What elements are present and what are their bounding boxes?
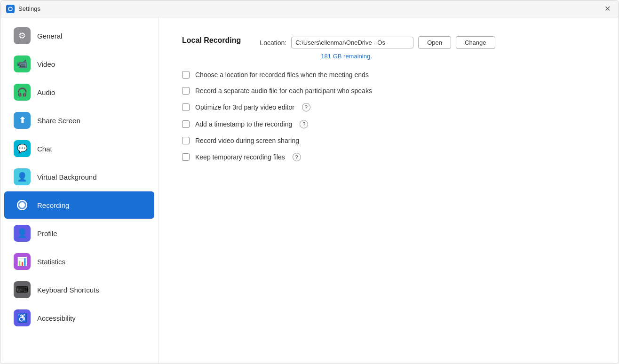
sidebar: ⚙General📹Video🎧Audio⬆Share Screen💬Chat👤V… [0, 17, 159, 364]
checkbox-choose-location[interactable] [182, 71, 190, 79]
option-label-optimize-3rd: Optimize for 3rd party video editor [195, 103, 294, 111]
change-button[interactable]: Change [456, 36, 495, 49]
sidebar-item-accessibility[interactable]: ♿Accessibility [4, 304, 154, 332]
location-area: Location: Open Change 181 GB remaining. [260, 36, 495, 71]
titlebar-left: Settings [6, 5, 40, 13]
video-icon: 📹 [14, 55, 31, 72]
sidebar-item-recording[interactable]: Recording [4, 191, 154, 219]
option-label-record-during-share: Record video during screen sharing [195, 137, 299, 144]
option-row-choose-location: Choose a location for recorded files whe… [182, 71, 595, 79]
sidebar-item-video-label: Video [37, 60, 55, 68]
option-label-separate-audio: Record a separate audio file for each pa… [195, 87, 372, 95]
checkbox-keep-temp[interactable] [182, 153, 190, 161]
share-screen-icon: ⬆ [14, 112, 31, 129]
content-area: ⚙General📹Video🎧Audio⬆Share Screen💬Chat👤V… [0, 17, 619, 364]
recording-icon [14, 197, 31, 214]
option-label-keep-temp: Keep temporary recording files [195, 153, 285, 161]
sidebar-item-statistics[interactable]: 📊Statistics [4, 248, 154, 275]
sidebar-item-chat-label: Chat [37, 145, 52, 153]
general-icon: ⚙ [14, 27, 31, 44]
sidebar-item-chat[interactable]: 💬Chat [4, 135, 154, 162]
sidebar-item-video[interactable]: 📹Video [4, 50, 154, 78]
option-row-optimize-3rd: Optimize for 3rd party video editor? [182, 103, 595, 111]
audio-icon: 🎧 [14, 84, 31, 101]
help-icon-optimize-3rd[interactable]: ? [302, 103, 310, 111]
accessibility-icon: ♿ [14, 309, 31, 326]
sidebar-item-audio[interactable]: 🎧Audio [4, 79, 154, 106]
svg-point-1 [9, 8, 12, 10]
option-row-keep-temp: Keep temporary recording files? [182, 153, 595, 161]
section-title: Local Recording [182, 36, 241, 45]
close-button[interactable]: ✕ [602, 3, 613, 15]
sidebar-item-audio-label: Audio [37, 88, 55, 96]
option-row-record-during-share: Record video during screen sharing [182, 137, 595, 144]
help-icon-keep-temp[interactable]: ? [293, 153, 301, 161]
help-icon-add-timestamp[interactable]: ? [300, 120, 308, 128]
sidebar-item-virtual-background-label: Virtual Background [37, 173, 96, 181]
option-label-choose-location: Choose a location for recorded files whe… [195, 71, 369, 79]
checkbox-optimize-3rd[interactable] [182, 103, 190, 111]
sidebar-item-keyboard-shortcuts-label: Keyboard Shortcuts [37, 286, 99, 294]
checkbox-separate-audio[interactable] [182, 87, 190, 95]
location-row: Location: Open Change [260, 36, 495, 49]
sidebar-item-share-screen[interactable]: ⬆Share Screen [4, 107, 154, 134]
sidebar-item-profile-label: Profile [37, 229, 57, 237]
keyboard-shortcuts-icon: ⌨ [14, 281, 31, 298]
svg-point-3 [19, 202, 25, 208]
sidebar-item-accessibility-label: Accessibility [37, 314, 76, 322]
open-button[interactable]: Open [418, 36, 451, 49]
options-list: Choose a location for recorded files whe… [182, 71, 595, 161]
sidebar-item-general[interactable]: ⚙General [4, 22, 154, 49]
sidebar-item-statistics-label: Statistics [37, 258, 65, 266]
chat-icon: 💬 [14, 140, 31, 157]
sidebar-item-recording-label: Recording [37, 201, 69, 209]
sidebar-item-virtual-background[interactable]: 👤Virtual Background [4, 163, 154, 190]
sidebar-item-share-screen-label: Share Screen [37, 117, 80, 125]
window-title: Settings [18, 5, 40, 12]
checkbox-record-during-share[interactable] [182, 137, 190, 144]
option-row-add-timestamp: Add a timestamp to the recording? [182, 120, 595, 128]
option-row-separate-audio: Record a separate audio file for each pa… [182, 87, 595, 95]
sidebar-item-profile[interactable]: 👤Profile [4, 220, 154, 247]
location-input[interactable] [291, 37, 413, 48]
location-label: Location: [260, 39, 286, 47]
virtual-background-icon: 👤 [14, 168, 31, 185]
option-label-add-timestamp: Add a timestamp to the recording [195, 120, 292, 128]
profile-icon: 👤 [14, 225, 31, 242]
local-recording-section: Local Recording Location: Open Change 18… [182, 36, 595, 71]
titlebar: Settings ✕ [0, 0, 619, 17]
storage-info: 181 GB remaining. [321, 53, 495, 60]
sidebar-item-keyboard-shortcuts[interactable]: ⌨Keyboard Shortcuts [4, 276, 154, 303]
checkbox-add-timestamp[interactable] [182, 120, 190, 128]
settings-window: Settings ✕ ⚙General📹Video🎧Audio⬆Share Sc… [0, 0, 619, 364]
main-panel: Local Recording Location: Open Change 18… [159, 17, 619, 364]
sidebar-item-general-label: General [37, 32, 62, 40]
app-logo [6, 5, 15, 13]
statistics-icon: 📊 [14, 253, 31, 270]
